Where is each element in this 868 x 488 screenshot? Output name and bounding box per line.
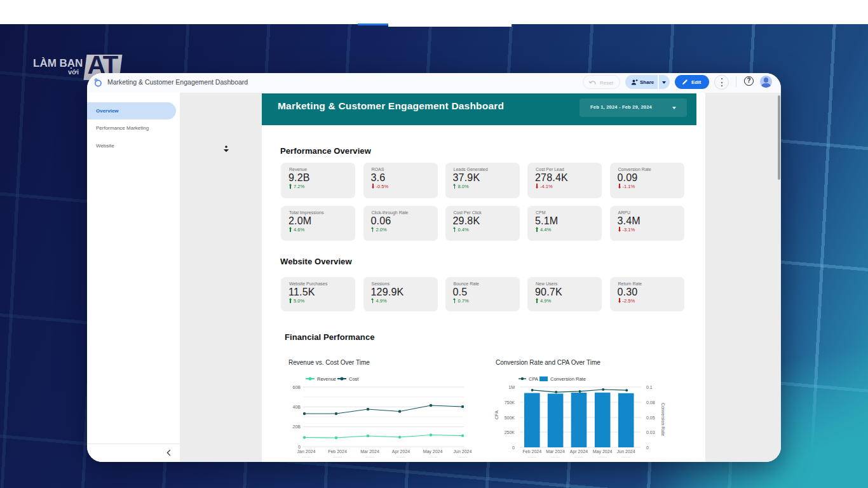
svg-text:Feb 2024: Feb 2024 — [328, 449, 347, 454]
svg-text:750K: 750K — [505, 400, 515, 405]
svg-text:Feb 2024: Feb 2024 — [523, 449, 542, 454]
svg-text:40B: 40B — [293, 405, 301, 409]
svg-text:Cost: Cost — [349, 376, 359, 382]
svg-text:May 2024: May 2024 — [423, 449, 443, 454]
svg-text:0: 0 — [298, 445, 301, 449]
svg-text:Mar 2024: Mar 2024 — [546, 449, 565, 454]
svg-text:0.05: 0.05 — [646, 416, 655, 420]
svg-text:Jun 2024: Jun 2024 — [454, 449, 472, 454]
svg-text:Conversion Rate: Conversion Rate — [661, 403, 665, 436]
svg-text:Jun 2024: Jun 2024 — [617, 449, 635, 454]
svg-text:1M: 1M — [508, 385, 515, 390]
svg-text:0: 0 — [512, 445, 515, 450]
svg-text:Apr 2024: Apr 2024 — [570, 449, 588, 454]
svg-text:0: 0 — [646, 445, 649, 450]
svg-text:Mar 2024: Mar 2024 — [360, 449, 379, 454]
svg-text:0.1: 0.1 — [646, 385, 653, 390]
svg-text:Revenue: Revenue — [317, 376, 336, 382]
svg-text:250K: 250K — [505, 430, 515, 435]
svg-text:20B: 20B — [293, 424, 301, 429]
svg-text:CPA: CPA — [494, 410, 499, 419]
svg-text:500K: 500K — [505, 416, 515, 420]
svg-text:0.03: 0.03 — [646, 430, 655, 435]
svg-text:May 2024: May 2024 — [593, 449, 613, 454]
svg-text:Conversion Rate: Conversion Rate — [550, 376, 586, 382]
svg-text:0.08: 0.08 — [646, 400, 655, 405]
svg-text:Apr 2024: Apr 2024 — [392, 449, 410, 454]
svg-text:60B: 60B — [293, 385, 301, 390]
svg-text:CPA: CPA — [529, 376, 538, 382]
svg-text:Jan 2024: Jan 2024 — [297, 449, 316, 454]
